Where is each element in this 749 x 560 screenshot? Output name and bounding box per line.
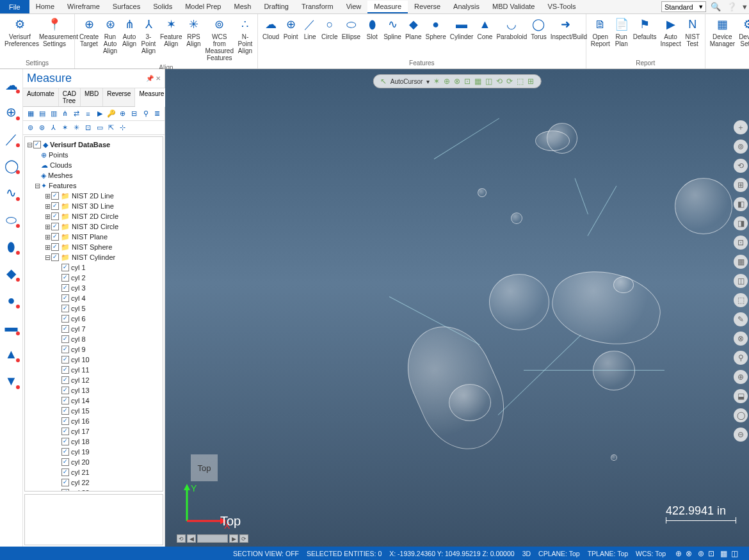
tree-node[interactable]: cyl 11 — [26, 365, 161, 375]
expand-icon[interactable]: ▾ — [743, 2, 747, 12]
ribbon-nist-test[interactable]: NNIST Test — [683, 15, 702, 49]
3d-viewport[interactable]: ↖ AutoCursor▾ ✶⊕ ⊗⊡ ▦◫ ⟲⟳ ⬚⊞ Top — [165, 69, 749, 547]
menu-tab-mesh[interactable]: Mesh — [227, 1, 257, 13]
tree-node[interactable]: ◈Meshes — [26, 170, 161, 180]
ribbon-point[interactable]: ⊕Point — [281, 15, 300, 42]
menu-tab-model-prep[interactable]: Model Prep — [179, 1, 227, 13]
tree-node[interactable]: cyl 18 — [26, 436, 161, 447]
ribbon-defaults[interactable]: ⚑Defaults — [631, 15, 659, 42]
search-icon[interactable]: 🔍 — [711, 2, 721, 12]
panel-tab-cad-tree[interactable]: CAD Tree — [59, 88, 81, 106]
ribbon-auto-align[interactable]: ⋔Auto Align — [120, 15, 139, 49]
ribbon-sphere[interactable]: ●Sphere — [424, 15, 448, 42]
ribbon-cylinder[interactable]: ▬Cylinder — [448, 15, 476, 42]
ribbon-torus[interactable]: ◯Torus — [529, 15, 548, 42]
ribbon-circle[interactable]: ○Circle — [319, 15, 340, 42]
tree-node[interactable]: ⊟◆Verisurf DataBase — [26, 140, 161, 150]
tree-node[interactable]: cyl 17 — [26, 426, 161, 436]
menu-tab-view[interactable]: View — [340, 1, 368, 13]
tree-node[interactable]: cyl 3 — [26, 283, 161, 293]
ribbon-run-plan[interactable]: 📄Run Plan — [612, 15, 631, 49]
help-icon[interactable]: ❔ — [727, 2, 737, 12]
tree-node[interactable]: cyl 4 — [26, 293, 161, 303]
ellipse-tool-icon[interactable]: ⬭ — [3, 211, 20, 228]
tree-node[interactable]: ⊞📁NIST 2D Circle — [26, 211, 161, 221]
pin-icon[interactable]: 📌 — [146, 75, 154, 82]
ribbon-run-auto-align[interactable]: ⊛Run Auto Align — [101, 15, 120, 56]
tree-node[interactable]: cyl 23 — [26, 488, 161, 492]
plane-tool-icon[interactable]: ◆ — [3, 265, 20, 282]
ribbon-cone[interactable]: ▲Cone — [475, 15, 494, 42]
menu-tab-home[interactable]: Home — [29, 1, 61, 13]
feature-tree[interactable]: ⊟◆Verisurf DataBase⊕Points☁Clouds◈Meshes… — [24, 136, 163, 492]
menu-tab-surfaces[interactable]: Surfaces — [106, 1, 147, 13]
tree-node[interactable]: cyl 10 — [26, 355, 161, 365]
sphere-tool-icon[interactable]: ● — [3, 292, 20, 308]
status-mode[interactable]: 3D — [522, 550, 531, 557]
panel-tab-automate[interactable]: Automate — [23, 88, 59, 106]
tree-node[interactable]: cyl 8 — [26, 334, 161, 344]
panel-tab-measure[interactable]: Measure — [135, 88, 168, 107]
ribbon-verisurf-preferences[interactable]: ⚙Verisurf Preferences — [3, 15, 37, 49]
ribbon-device-manager[interactable]: ▦Device Manager — [708, 15, 737, 49]
ribbon-paraboloid[interactable]: ◡Paraboloid — [494, 15, 529, 42]
menu-tab-measure[interactable]: Measure — [367, 1, 408, 13]
tree-node[interactable]: cyl 2 — [26, 273, 161, 283]
tree-node[interactable]: cyl 12 — [26, 375, 161, 385]
ribbon-measurement-settings[interactable]: 📍Measurement Settings — [37, 15, 72, 49]
menu-tab-transform[interactable]: Transform — [295, 1, 340, 13]
tree-node[interactable]: cyl 14 — [26, 396, 161, 406]
ribbon-slot[interactable]: ⬮Slot — [362, 15, 382, 42]
tree-node[interactable]: cyl 5 — [26, 303, 161, 314]
cone-tool-icon[interactable]: ▲ — [3, 346, 20, 362]
status-tplane[interactable]: TPLANE: Top — [588, 550, 628, 557]
tree-node[interactable]: cyl 7 — [26, 324, 161, 334]
tree-node[interactable]: ⊞📁NIST 3D Line — [26, 201, 161, 211]
tree-node[interactable]: cyl 6 — [26, 314, 161, 324]
status-cplane[interactable]: CPLANE: Top — [538, 550, 580, 557]
ribbon-ellipse[interactable]: ⬭Ellipse — [340, 15, 362, 42]
line-tool-icon[interactable]: ／ — [3, 131, 20, 147]
slot-tool-icon[interactable]: ⬮ — [3, 238, 20, 255]
panel-tab-mbd[interactable]: MBD — [81, 88, 103, 106]
point-tool-icon[interactable]: ⊕ — [3, 104, 20, 120]
tree-node[interactable]: ⊟✦Features — [26, 180, 161, 191]
ribbon-open-report[interactable]: 🗎Open Report — [589, 15, 612, 49]
tree-node[interactable]: cyl 15 — [26, 406, 161, 416]
tree-node[interactable]: cyl 22 — [26, 477, 161, 488]
panel-tab-reverse[interactable]: Reverse — [103, 88, 135, 106]
menu-tab-vs-tools[interactable]: VS-Tools — [541, 1, 582, 13]
tree-node[interactable]: cyl 1 — [26, 262, 161, 273]
tree-node[interactable]: ⊟📁NIST Cylinder — [26, 252, 161, 262]
close-icon[interactable]: ✕ — [156, 75, 161, 82]
tree-node[interactable]: cyl 19 — [26, 447, 161, 457]
tree-node[interactable]: cyl 20 — [26, 457, 161, 467]
ribbon-plane[interactable]: ◆Plane — [403, 15, 424, 42]
ribbon-cloud[interactable]: ☁Cloud — [261, 15, 281, 42]
viewport-toolbar[interactable]: ↖ AutoCursor▾ ✶⊕ ⊗⊡ ▦◫ ⟲⟳ ⬚⊞ — [373, 74, 542, 88]
triad-cube[interactable]: Top — [191, 454, 218, 481]
cursor-icon[interactable]: ↖ — [380, 77, 387, 86]
tree-node[interactable]: cyl 9 — [26, 344, 161, 355]
menu-tab-solids[interactable]: Solids — [147, 1, 179, 13]
menu-tab-wireframe[interactable]: Wireframe — [61, 1, 106, 13]
ribbon-rps-align[interactable]: ✳RPS Align — [184, 15, 203, 49]
tree-node[interactable]: ⊞📁NIST Plane — [26, 232, 161, 242]
ribbon-feature-align[interactable]: ✶Feature Align — [158, 15, 184, 49]
ribbon-line[interactable]: ／Line — [300, 15, 319, 42]
spline-tool-icon[interactable]: ∿ — [3, 184, 20, 201]
menu-tab-mbd-validate[interactable]: MBD Validate — [486, 1, 541, 13]
tree-node[interactable]: cyl 21 — [26, 467, 161, 477]
ribbon-inspect-build[interactable]: ➜Inspect/Build — [549, 15, 583, 42]
cloud-tool-icon[interactable]: ☁ — [3, 77, 20, 93]
ribbon-auto-inspect[interactable]: ▶Auto Inspect — [658, 15, 682, 49]
file-menu[interactable]: File — [0, 0, 29, 13]
ribbon-wcs-from-measured-features[interactable]: ⊚WCS from Measured Features — [203, 15, 235, 63]
status-wcs[interactable]: WCS: Top — [636, 550, 666, 557]
tree-node[interactable]: ⊕Points — [26, 150, 161, 160]
circle-tool-icon[interactable]: ◯ — [3, 157, 20, 174]
tree-node[interactable]: ⊞📁NIST 3D Circle — [26, 221, 161, 232]
tree-node[interactable]: cyl 13 — [26, 385, 161, 396]
ribbon-device-setup[interactable]: ⚙Device Setup — [737, 15, 749, 49]
menu-tab-reverse[interactable]: Reverse — [408, 1, 447, 13]
